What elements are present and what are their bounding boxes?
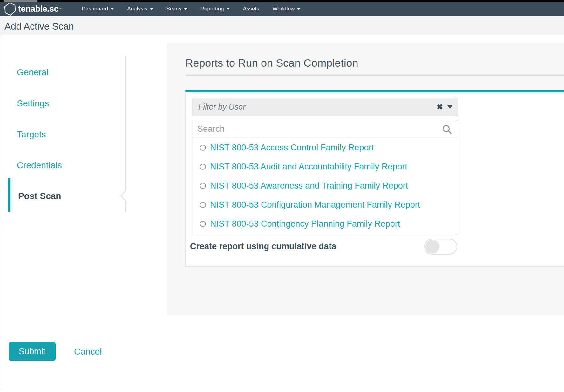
nav-item-label: Workflow: [273, 6, 295, 12]
chevron-down-icon: [111, 8, 114, 10]
clear-filter-icon[interactable]: ✖: [437, 103, 443, 111]
report-radio[interactable]: [200, 202, 206, 208]
cancel-button[interactable]: Cancel: [74, 347, 102, 357]
report-link[interactable]: NIST 800-53 Audit and Accountability Fam…: [210, 162, 407, 172]
search-row: [192, 120, 458, 138]
nav-item-scans[interactable]: Scans: [160, 2, 194, 16]
report-link[interactable]: NIST 800-53 Access Control Family Report: [210, 143, 374, 153]
filter-by-user-select[interactable]: Filter by User ✖: [192, 98, 458, 116]
page-header: [0, 16, 564, 35]
chevron-down-icon: [184, 8, 187, 10]
sidebar-item-credentials[interactable]: Credentials: [17, 160, 62, 170]
sidebar-item-targets[interactable]: Targets: [17, 130, 46, 140]
search-input[interactable]: [192, 120, 458, 138]
sidebar-item-settings[interactable]: Settings: [17, 98, 49, 109]
sidebar-item-post-scan[interactable]: Post Scan: [18, 191, 61, 201]
report-picker: NIST 800-53 Access Control Family Report…: [192, 120, 458, 235]
nav-item-label: Analysis: [127, 6, 147, 12]
report-radio[interactable]: [200, 164, 206, 170]
active-step-indicator: [8, 178, 10, 212]
sidebar-item-general[interactable]: General: [17, 67, 49, 77]
report-row[interactable]: NIST 800-53 Awareness and Training Famil…: [192, 176, 458, 195]
hexagon-logo-icon: [4, 2, 17, 16]
chevron-down-icon: [297, 8, 300, 10]
section-heading: Reports to Run on Scan Completion: [185, 57, 358, 69]
report-link[interactable]: NIST 800-53 Configuration Management Fam…: [210, 200, 420, 210]
nav-item-reporting[interactable]: Reporting: [194, 2, 236, 16]
nav-item-analysis[interactable]: Analysis: [120, 2, 160, 16]
main-navbar: tenable.sc ™ Dashboard Analysis Scans Re…: [0, 2, 564, 16]
report-link[interactable]: NIST 800-53 Awareness and Training Famil…: [210, 181, 408, 191]
nav-items: Dashboard Analysis Scans Reporting Asset…: [75, 2, 307, 16]
chevron-down-icon: [150, 8, 153, 10]
nav-item-dashboard[interactable]: Dashboard: [75, 2, 120, 16]
brand-name: tenable.sc: [18, 4, 58, 14]
submit-button[interactable]: Submit: [9, 342, 56, 361]
report-radio[interactable]: [200, 221, 206, 227]
nav-item-label: Dashboard: [82, 6, 108, 12]
page-title: Add Active Scan: [4, 21, 74, 32]
post-scan-card: Filter by User ✖ NIST 800-53 Access Cont…: [185, 90, 564, 267]
cumulative-data-label: Create report using cumulative data: [190, 242, 336, 251]
filter-by-user-label: Filter by User: [198, 102, 437, 111]
card-accent-bar: [185, 90, 564, 92]
filter-icons: ✖: [437, 103, 452, 111]
cumulative-data-toggle[interactable]: [424, 239, 457, 255]
search-icon[interactable]: [442, 124, 452, 135]
report-row[interactable]: NIST 800-53 Audit and Accountability Fam…: [192, 157, 458, 176]
top-strip-segment: [4, 0, 37, 2]
sidebar-connector-line: [119, 56, 131, 214]
report-row[interactable]: NIST 800-53 Access Control Family Report: [192, 138, 458, 157]
report-radio[interactable]: [200, 145, 206, 151]
brand-trademark: ™: [58, 7, 62, 11]
heading-divider: [185, 75, 564, 76]
report-link[interactable]: NIST 800-53 Contingency Planning Family …: [210, 219, 400, 229]
chevron-down-icon[interactable]: [447, 105, 452, 109]
report-row[interactable]: NIST 800-53 Contingency Planning Family …: [192, 214, 458, 233]
report-radio[interactable]: [200, 183, 206, 189]
nav-item-assets[interactable]: Assets: [236, 2, 266, 16]
report-row[interactable]: NIST 800-53 Configuration Management Fam…: [192, 195, 458, 214]
page-left-border: [1, 35, 1, 390]
main-panel: Reports to Run on Scan Completion Filter…: [167, 43, 564, 315]
tenable-logo[interactable]: tenable.sc ™: [4, 2, 62, 16]
nav-item-label: Assets: [243, 6, 259, 12]
nav-item-workflow[interactable]: Workflow: [266, 2, 307, 16]
nav-item-label: Reporting: [200, 6, 224, 12]
toggle-knob: [425, 240, 439, 254]
chevron-down-icon: [227, 8, 230, 10]
nav-item-label: Scans: [166, 6, 181, 12]
